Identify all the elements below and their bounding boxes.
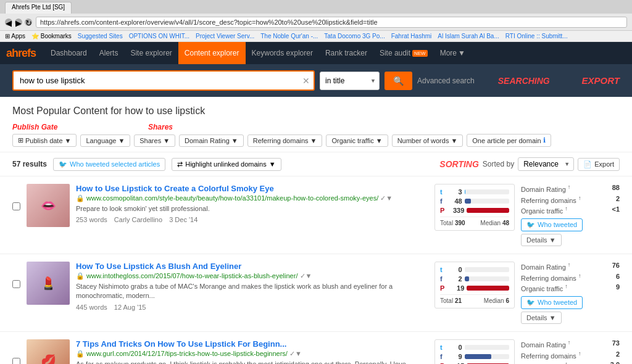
nav-more[interactable]: More ▼ bbox=[434, 49, 472, 57]
browser-bar: ◀ ▶ ↻ bbox=[0, 14, 632, 31]
filter-bar: Publish Gate Shares ⊞ Publish date ▼ Lan… bbox=[12, 123, 620, 147]
shares-annotation-wrap: Shares bbox=[148, 123, 173, 131]
facebook-icon-1: f bbox=[440, 197, 443, 205]
result-checkbox-3[interactable] bbox=[12, 358, 20, 364]
filter-number-of-words[interactable]: Number of words ▼ bbox=[392, 134, 464, 147]
browser-tabs: Ahrefs Pte Ltd [SG] bbox=[0, 0, 632, 14]
advanced-search-link[interactable]: Advanced search bbox=[417, 77, 475, 85]
tweet-articles-button[interactable]: 🐦 Who tweeted selected articles bbox=[53, 158, 165, 171]
details-button-2[interactable]: Details ▼ bbox=[521, 312, 562, 324]
filter-domain-rating[interactable]: Domain Rating ▼ bbox=[179, 134, 244, 147]
bookmark-suggested[interactable]: Suggested Sites bbox=[78, 33, 123, 39]
filter-publish-date[interactable]: ⊞ Publish date ▼ bbox=[12, 134, 77, 147]
results-with-annotations: CONTENT EXPLORER 👄 How to Use Lipstick t… bbox=[0, 176, 632, 364]
pinterest-bar-wrap-1 bbox=[467, 208, 509, 213]
bookmark-options[interactable]: OPTIONS ON WHIT... bbox=[129, 33, 189, 39]
nav-site-explorer[interactable]: Site explorer bbox=[124, 42, 178, 64]
filter-shares[interactable]: Shares ▼ bbox=[134, 134, 175, 147]
language-label: Language bbox=[86, 137, 116, 144]
filter-referring-domains[interactable]: Referring domains ▼ bbox=[247, 134, 323, 147]
highlight-unlinked-button[interactable]: ⇄ Highlight unlinked domains ▼ bbox=[172, 158, 281, 171]
pinterest-row-2: P 19 bbox=[440, 284, 509, 292]
author-1: Carly Cardellino bbox=[114, 216, 162, 223]
result-url-2[interactable]: 🔒 www.intothegloss.com/2015/07/how-to-we… bbox=[76, 272, 428, 280]
sort-select-wrap: Relevance Date Traffic Shares bbox=[518, 157, 574, 171]
referring-domains-row-3: Referring domains ↑ 2 bbox=[521, 350, 620, 360]
result-checkbox-1[interactable] bbox=[12, 202, 20, 210]
facebook-bar-3 bbox=[465, 354, 491, 359]
facebook-icon-2: f bbox=[440, 275, 443, 283]
nav-dashboard[interactable]: Dashboard bbox=[44, 42, 93, 64]
details-arrow-1: ▼ bbox=[549, 236, 556, 244]
sort-select[interactable]: Relevance Date Traffic Shares bbox=[518, 158, 573, 170]
twitter-icon-1: t bbox=[440, 188, 443, 196]
nav-alerts[interactable]: Alerts bbox=[93, 42, 125, 64]
browser-tab-ahrefs[interactable]: Ahrefs Pte Ltd [SG] bbox=[5, 2, 72, 14]
referring-domains-label-2: Referring domains ↑ bbox=[521, 273, 581, 282]
bookmark-bookmarks[interactable]: ⭐ Bookmarks bbox=[31, 33, 72, 39]
search-input[interactable] bbox=[12, 70, 315, 91]
twitter-bar-1 bbox=[465, 189, 465, 194]
pinterest-icon-2: P bbox=[440, 284, 444, 292]
content-header: Most Popular Content for how to use lips… bbox=[0, 97, 632, 152]
filter-language[interactable]: Language ▼ bbox=[80, 134, 130, 147]
one-article-info: ℹ bbox=[543, 136, 546, 144]
word-count-2: 445 words bbox=[76, 304, 107, 311]
bookmark-project[interactable]: Project Viewer Serv... bbox=[196, 33, 254, 39]
refresh-button[interactable]: ↻ bbox=[25, 19, 32, 26]
search-button[interactable]: 🔍 bbox=[385, 72, 412, 90]
nav-keywords-explorer[interactable]: Keywords explorer bbox=[246, 42, 319, 64]
number-of-words-label: Number of words bbox=[397, 137, 449, 144]
forward-button[interactable]: ▶ bbox=[15, 19, 22, 26]
pinterest-bar-wrap-2 bbox=[467, 286, 509, 291]
bookmark-quran[interactable]: The Noble Qur'an -... bbox=[260, 33, 318, 39]
clear-search-button[interactable]: ✕ bbox=[302, 76, 310, 86]
result-desc-2: Stacey Nishimoto grabs a tube of MAC's M… bbox=[76, 282, 428, 301]
nav-content-explorer[interactable]: Content explorer bbox=[178, 42, 246, 64]
result-checkbox-2[interactable] bbox=[12, 280, 20, 288]
pinterest-bar-1 bbox=[467, 208, 509, 213]
referring-domains-val-1: 2 bbox=[616, 195, 620, 204]
details-button-1[interactable]: Details ▼ bbox=[521, 234, 562, 246]
organic-traffic-label-1: Organic traffic ↑ bbox=[521, 205, 568, 215]
pinterest-count-2: 19 bbox=[447, 284, 464, 292]
result-title-1[interactable]: How to Use Lipstick to Create a Colorful… bbox=[76, 184, 428, 193]
url-bar[interactable] bbox=[36, 17, 627, 28]
filter-organic-traffic[interactable]: Organic traffic ▼ bbox=[326, 134, 388, 147]
twitter-count-3: 0 bbox=[445, 344, 462, 351]
ratings-box-2: Domain Rating ↑ 76 Referring domains ↑ 6… bbox=[521, 262, 620, 324]
result-title-3[interactable]: 7 Tips And Tricks On How To Use Lipstick… bbox=[76, 339, 428, 349]
result-url-3[interactable]: 🔒 www.gurl.com/2014/12/17/tips-tricks-ho… bbox=[76, 350, 428, 358]
referring-domains-val-2: 6 bbox=[616, 273, 620, 282]
twitter-bar-wrap-3 bbox=[465, 345, 509, 350]
organic-traffic-label-2: Organic traffic ↑ bbox=[521, 283, 568, 292]
bookmark-rti[interactable]: RTI Online :: Submitt... bbox=[505, 33, 568, 39]
result-title-2[interactable]: How To Use Lipstick As Blush And Eyeline… bbox=[76, 262, 428, 271]
referring-domains-row-1: Referring domains ↑ 2 bbox=[521, 195, 620, 204]
domain-rating-row-1: Domain Rating ↑ 88 bbox=[521, 184, 620, 193]
nav-rank-tracker[interactable]: Rank tracker bbox=[319, 42, 373, 64]
back-button[interactable]: ◀ bbox=[5, 19, 12, 26]
twitter-count-2: 0 bbox=[445, 266, 462, 273]
thumbnail-image-3: 💋 bbox=[27, 339, 70, 364]
facebook-count-1: 48 bbox=[445, 197, 462, 205]
bookmark-fahrat[interactable]: Fahrat Hashmi bbox=[391, 33, 432, 39]
result-meta-2: 445 words 12 Aug '15 bbox=[76, 304, 428, 311]
search-mode-select[interactable]: in title in URL everywhere bbox=[320, 72, 380, 90]
bookmark-tata[interactable]: Tata Docomo 3G Po... bbox=[324, 33, 385, 39]
filter-one-article[interactable]: One article per domain ℹ bbox=[467, 134, 551, 147]
result-thumbnail-3: 💋 bbox=[27, 339, 70, 364]
who-tweeted-button-2[interactable]: 🐦 Who tweeted bbox=[521, 296, 583, 309]
bookmark-apps[interactable]: ⊞ Apps bbox=[5, 33, 25, 39]
result-thumbnail-1: 👄 bbox=[27, 184, 70, 227]
publish-date-arrow: ▼ bbox=[65, 137, 72, 144]
results-list: 👄 How to Use Lipstick to Create a Colorf… bbox=[0, 176, 632, 364]
result-url-1[interactable]: 🔒 www.cosmopolitan.com/style-beauty/beau… bbox=[76, 194, 428, 202]
domain-rating-label-2: Domain Rating ↑ bbox=[521, 262, 570, 271]
export-button[interactable]: 📄 Export bbox=[578, 158, 620, 171]
bookmark-alislam[interactable]: Al Islam Surah Al Ba... bbox=[438, 33, 499, 39]
page-title: Most Popular Content for how to use lips… bbox=[12, 105, 620, 117]
nav-site-audit[interactable]: Site audit NEW bbox=[373, 42, 434, 64]
shares-arrow: ▼ bbox=[163, 137, 170, 144]
who-tweeted-button-1[interactable]: 🐦 Who tweeted bbox=[521, 218, 583, 231]
